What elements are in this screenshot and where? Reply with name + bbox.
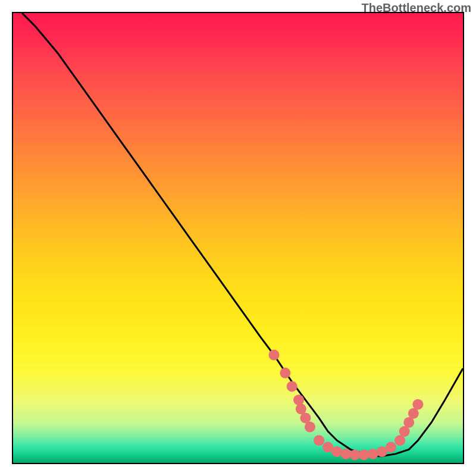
marker-dot <box>293 394 304 405</box>
marker-dot <box>268 350 279 361</box>
marker-dot <box>412 399 423 410</box>
curve-line <box>22 13 463 456</box>
plot-area <box>12 12 464 464</box>
marker-dot <box>287 381 298 392</box>
marker-dot <box>331 446 342 457</box>
marker-dot <box>280 368 290 378</box>
chart-container: TheBottleneck.com <box>0 0 476 476</box>
marker-dot <box>386 442 396 453</box>
marker-points <box>268 350 423 461</box>
marker-dot <box>314 435 324 446</box>
curve-path <box>22 13 463 456</box>
marker-dot <box>305 422 315 433</box>
watermark-text: TheBottleneck.com <box>362 1 471 15</box>
chart-svg <box>13 13 463 463</box>
marker-dot <box>368 449 378 459</box>
